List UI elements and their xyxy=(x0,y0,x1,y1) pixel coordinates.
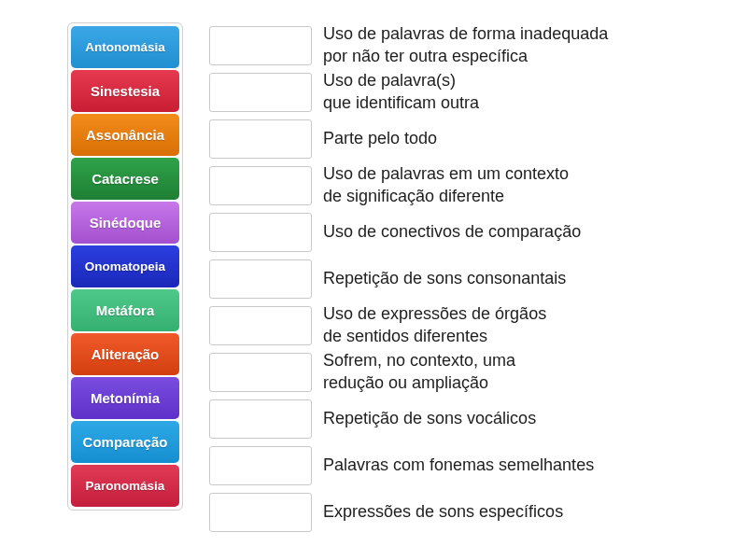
label-chip[interactable]: Paronomásia xyxy=(71,465,179,507)
drop-target[interactable] xyxy=(209,213,312,252)
definition-text: Uso de palavras de forma inadequadapor n… xyxy=(323,23,608,66)
drop-target[interactable] xyxy=(209,493,312,532)
drop-target[interactable] xyxy=(209,399,312,439)
definition-row: Repetição de sons consonantais xyxy=(209,256,608,301)
definitions-column: Uso de palavras de forma inadequadapor n… xyxy=(209,22,608,535)
definition-row: Expressões de sons específicos xyxy=(209,489,608,535)
label-chip[interactable]: Antonomásia xyxy=(71,26,179,68)
definition-text: Uso de palavras em um contextode signifi… xyxy=(323,163,569,206)
definition-text: Uso de conectivos de comparação xyxy=(323,221,581,243)
definition-row: Uso de palavra(s)que identificam outra xyxy=(209,69,608,115)
drop-target[interactable] xyxy=(209,166,312,205)
definition-row: Sofrem, no contexto, umaredução ou ampli… xyxy=(209,349,608,395)
drop-target[interactable] xyxy=(209,26,312,65)
label-chip[interactable]: Catacrese xyxy=(71,158,179,200)
label-chip[interactable]: Sinédoque xyxy=(71,202,179,244)
label-chip[interactable]: Aliteração xyxy=(71,333,179,375)
definition-text: Uso de expressões de órgãosde sentidos d… xyxy=(323,303,546,346)
matching-game: AntonomásiaSinestesiaAssonânciaCatacrese… xyxy=(67,22,747,535)
definition-text: Expressões de sons específicos xyxy=(323,501,563,523)
definition-text: Repetição de sons consonantais xyxy=(323,268,566,289)
definition-row: Parte pelo todo xyxy=(209,116,608,161)
drop-target[interactable] xyxy=(209,306,312,345)
label-chip[interactable]: Metáfora xyxy=(71,289,179,331)
definition-row: Uso de palavras em um contextode signifi… xyxy=(209,162,608,208)
definition-text: Repetição de sons vocálicos xyxy=(323,408,536,429)
definition-text: Uso de palavra(s)que identificam outra xyxy=(323,70,479,113)
label-chip[interactable]: Metonímia xyxy=(71,377,179,419)
label-chip[interactable]: Sinestesia xyxy=(71,70,179,112)
definition-text: Parte pelo todo xyxy=(323,128,437,149)
label-chip[interactable]: Onomatopeia xyxy=(71,245,179,287)
definition-text: Palavras com fonemas semelhantes xyxy=(323,455,594,476)
labels-bank: AntonomásiaSinestesiaAssonânciaCatacrese… xyxy=(67,22,183,511)
definition-text: Sofrem, no contexto, umaredução ou ampli… xyxy=(323,350,515,393)
drop-target[interactable] xyxy=(209,259,312,299)
drop-target[interactable] xyxy=(209,73,312,112)
drop-target[interactable] xyxy=(209,119,312,159)
drop-target[interactable] xyxy=(209,446,312,485)
definition-row: Palavras com fonemas semelhantes xyxy=(209,442,608,488)
definition-row: Repetição de sons vocálicos xyxy=(209,396,608,441)
definition-row: Uso de expressões de órgãosde sentidos d… xyxy=(209,302,608,348)
definition-row: Uso de conectivos de comparação xyxy=(209,209,608,255)
definition-row: Uso de palavras de forma inadequadapor n… xyxy=(209,22,608,68)
label-chip[interactable]: Comparação xyxy=(71,421,179,463)
drop-target[interactable] xyxy=(209,353,312,392)
label-chip[interactable]: Assonância xyxy=(71,114,179,156)
